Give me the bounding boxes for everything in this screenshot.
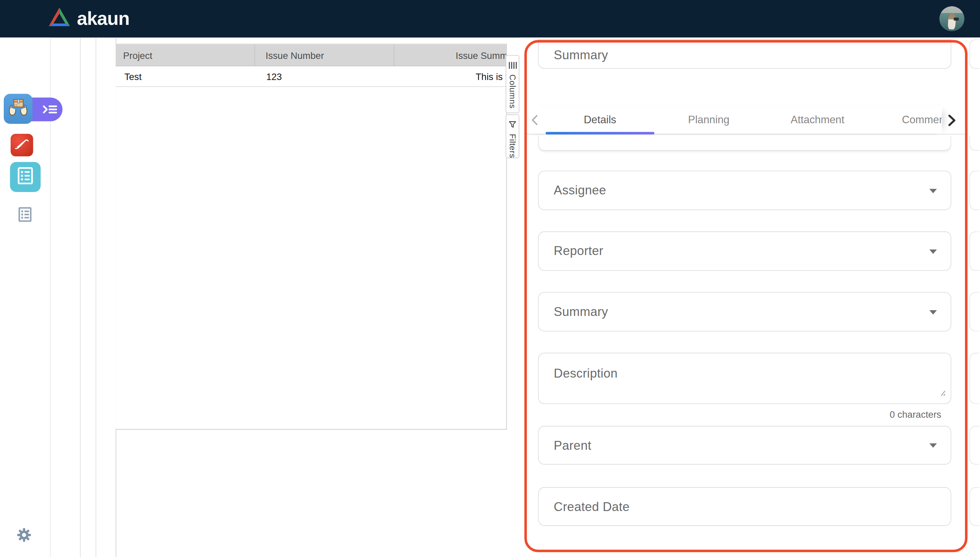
avatar-photo (948, 13, 956, 29)
field-edge-fragment (969, 39, 979, 69)
assignee-label: Assignee (553, 183, 606, 197)
left-sidebar (0, 37, 51, 557)
field-edge-fragment (969, 292, 979, 332)
dropdown-arrow-icon (929, 443, 937, 448)
sidebar-item-red-app[interactable] (11, 134, 33, 156)
brand-name: akaun (77, 8, 130, 29)
description-label: Description (553, 366, 618, 381)
resize-handle-icon[interactable] (938, 388, 946, 399)
parent-label: Parent (553, 438, 591, 453)
summary-title-placeholder: Summary (553, 48, 608, 62)
list-module-active-icon (17, 167, 34, 187)
dropdown-arrow-icon (929, 249, 937, 254)
assignee-field[interactable]: Assignee (538, 171, 951, 210)
table-header-row: Project Issue Number Issue Summary (116, 44, 506, 66)
created-date-label: Created Date (553, 500, 630, 514)
character-counter: 0 characters (538, 409, 941, 419)
field-edge-fragment (969, 136, 979, 151)
filter-icon (509, 119, 516, 131)
dropdown-arrow-icon (929, 310, 937, 314)
field-edge-fragment (969, 231, 979, 271)
package-hands-icon (8, 96, 29, 121)
cell-issue-summary: This is t (394, 67, 506, 86)
sidebar-item-settings[interactable] (17, 528, 31, 545)
panel-divider-line (96, 37, 96, 557)
column-header-project[interactable]: Project (116, 44, 255, 65)
app-root: akaun (0, 0, 980, 557)
tab-details[interactable]: Details (584, 106, 616, 134)
list-module-icon (18, 207, 32, 224)
clipped-field-fragment (538, 136, 951, 151)
field-edge-fragment (969, 426, 979, 465)
field-edge-fragment (969, 171, 979, 210)
sidebar-item-list[interactable] (18, 207, 32, 224)
filters-tab-label: Filters (508, 134, 517, 158)
summary-field[interactable]: Summary (538, 292, 951, 332)
columns-side-tab[interactable]: Columns (506, 55, 519, 113)
chevron-left-icon[interactable] (531, 114, 539, 128)
column-header-issue-number[interactable]: Issue Number (255, 44, 394, 65)
triangle-logo-icon (48, 7, 71, 31)
table-row[interactable]: Test 123 This is t (116, 67, 506, 87)
panel-divider-line (80, 37, 81, 557)
sidebar-item-issues-active[interactable] (10, 162, 41, 192)
summary-title-input[interactable]: Summary (538, 39, 951, 69)
tab-attachment[interactable]: Attachment (790, 106, 844, 134)
created-date-field[interactable]: Created Date (538, 487, 951, 526)
parent-field[interactable]: Parent (538, 426, 951, 465)
avatar-camera-detail (954, 17, 959, 20)
tab-planning[interactable]: Planning (688, 106, 730, 134)
settings-gear-icon (17, 528, 31, 545)
reporter-label: Reporter (553, 244, 603, 258)
columns-icon (508, 60, 516, 71)
columns-tab-label: Columns (508, 75, 517, 109)
tab-comments[interactable]: Comments (902, 106, 942, 134)
cell-project: Test (116, 67, 255, 86)
cell-issue-number: 123 (255, 67, 394, 86)
field-edge-fragment (969, 487, 979, 526)
description-textarea[interactable]: Description (538, 353, 951, 404)
column-header-issue-summary[interactable]: Issue Summary (394, 44, 506, 65)
reporter-field[interactable]: Reporter (538, 231, 951, 271)
active-tab-underline (545, 132, 654, 135)
chevron-right-icon[interactable] (947, 114, 957, 129)
filters-side-tab[interactable]: Filters (506, 114, 519, 158)
top-navbar: akaun (0, 0, 980, 37)
red-app-icon (14, 136, 30, 155)
field-edge-fragment (969, 353, 979, 404)
detail-tabs: Details Planning Attachment Comments (527, 106, 942, 134)
dropdown-arrow-icon (929, 189, 937, 193)
sidebar-item-package-module[interactable] (4, 94, 32, 124)
issues-table: Project Issue Number Issue Summary Test … (116, 44, 507, 430)
summary-label: Summary (553, 305, 608, 319)
user-avatar[interactable] (939, 6, 964, 31)
brand-logo[interactable]: akaun (48, 7, 130, 31)
